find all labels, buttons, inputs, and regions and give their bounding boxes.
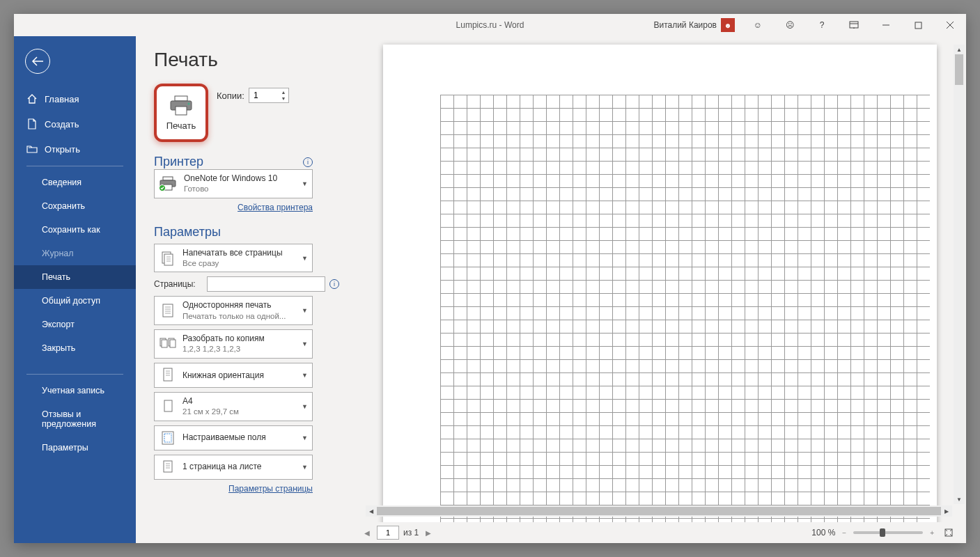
dd-label: A4 [182,395,296,407]
sidebar-item-label: Создать [45,119,79,130]
new-icon [26,118,38,130]
print-range-select[interactable]: Напечатать все страницы Все сразу ▼ [154,244,313,273]
dd-label: 1 страница на листе [182,461,296,472]
svg-point-9 [188,102,190,104]
pages-per-sheet-select[interactable]: 1 страница на листе ▼ [154,455,313,480]
printer-heading: Принтер [154,155,203,169]
dd-label: Напечатать все страницы [182,247,296,258]
chevron-down-icon: ▼ [302,464,308,471]
collate-select[interactable]: Разобрать по копиям 1,2,3 1,2,3 1,2,3 ▼ [154,329,313,359]
page-number-input[interactable] [377,526,399,540]
pages-icon [159,249,177,267]
copies-down-button[interactable]: ▼ [279,95,288,102]
smile-icon[interactable]: ☺ [742,14,774,36]
copies-input[interactable]: 1 ▲ ▼ [249,88,289,103]
zoom-handle[interactable] [880,528,885,537]
chevron-down-icon: ▼ [302,180,308,187]
preview-footer: ◀ из 1 ▶ 100 % − + [352,522,966,543]
printer-properties-link[interactable]: Свойства принтера [154,203,313,212]
sidebar-item-info[interactable]: Сведения [14,171,136,194]
parameters-heading: Параметры [154,225,339,240]
sidebar-item-new[interactable]: Создать [14,111,136,136]
scroll-thumb[interactable] [955,54,963,85]
sidebar-item-close[interactable]: Закрыть [14,336,136,360]
maximize-button[interactable] [902,14,934,36]
dd-label: Разобрать по копиям [182,333,296,344]
sidebar-item-print[interactable]: Печать [14,265,136,289]
sidebar-item-options[interactable]: Параметры [14,436,136,460]
close-button[interactable] [934,14,966,36]
svg-rect-32 [164,400,172,411]
svg-rect-19 [163,304,173,317]
sidebar-item-home[interactable]: Главная [14,86,136,111]
printer-status: Готово [184,184,296,195]
scroll-left-button[interactable]: ◀ [366,505,377,517]
print-button[interactable]: Печать [154,84,208,142]
orientation-select[interactable]: Книжная ориентация ▼ [154,363,313,388]
copies-up-button[interactable]: ▲ [279,89,288,95]
scroll-thumb[interactable] [377,507,941,515]
copies-label: Копии: [217,91,244,101]
zoom-slider[interactable] [853,531,923,534]
open-icon [26,143,38,155]
print-side-select[interactable]: Односторонняя печать Печатать только на … [154,296,313,325]
portrait-icon [159,366,177,384]
sidebar-item-open[interactable]: Открыть [14,136,136,162]
per-sheet-icon [159,458,177,476]
info-icon[interactable]: i [329,279,339,289]
info-icon[interactable]: i [303,157,313,167]
title-bar: Lumpics.ru - Word Виталий Каиров ☻ ☺ ☹ ? [14,14,966,36]
sidebar-item-account[interactable]: Учетная запись [14,379,136,402]
sidebar-item-share[interactable]: Общий доступ [14,289,136,313]
paper-size-select[interactable]: A4 21 см x 29,7 см ▼ [154,392,313,421]
collate-icon [159,335,177,353]
zoom-in-button[interactable]: + [927,529,937,537]
svg-rect-25 [162,340,167,347]
prev-page-button[interactable]: ◀ [361,529,373,537]
preview-page [383,45,937,522]
print-button-label: Печать [166,120,196,131]
zoom-out-button[interactable]: − [839,529,849,537]
zoom-label: 100 % [811,528,835,538]
minimize-button[interactable] [870,14,902,36]
printer-device-icon [159,176,178,191]
scroll-right-button[interactable]: ▶ [941,505,952,517]
svg-rect-3 [915,22,921,29]
user-name: Виталий Каиров [653,20,717,30]
sad-icon[interactable]: ☹ [774,14,806,36]
sidebar-item-label: Учетная запись [42,386,104,395]
back-button[interactable] [25,49,50,74]
ribbon-options-icon[interactable] [838,14,870,36]
svg-rect-28 [164,368,172,381]
sidebar-item-label: Печать [42,272,70,282]
print-preview: ▲ ▼ ◀ ▶ ◀ из 1 ▶ 100 % [352,36,966,543]
copies-value: 1 [254,91,258,100]
sidebar-item-label: Сохранить [42,201,85,211]
sidebar-item-label: Отзывы и предложения [42,409,125,429]
dd-sublabel: 21 см x 29,7 см [182,407,296,418]
page-setup-link[interactable]: Параметры страницы [154,484,313,494]
sidebar-item-label: Журнал [42,249,74,258]
vertical-scrollbar[interactable]: ▲ ▼ [954,45,965,504]
svg-rect-8 [176,107,187,115]
sidebar-item-save[interactable]: Сохранить [14,194,136,218]
fit-page-button[interactable] [941,528,956,538]
sidebar-item-label: Параметры [42,443,88,453]
backstage-sidebar: Главная Создать Открыть Сведения Сохрани… [14,36,136,543]
sidebar-item-saveas[interactable]: Сохранить как [14,218,136,242]
svg-rect-15 [164,254,173,265]
printer-select[interactable]: OneNote for Windows 10 Готово ▼ [154,169,313,198]
horizontal-scrollbar[interactable]: ◀ ▶ [366,505,952,517]
margins-select[interactable]: Настраиваемые поля ▼ [154,425,313,450]
sidebar-item-export[interactable]: Экспорт [14,313,136,336]
user-info[interactable]: Виталий Каиров ☻ [653,18,735,32]
pages-input[interactable] [207,276,325,292]
scroll-down-button[interactable]: ▼ [954,494,965,504]
dd-label: Односторонняя печать [182,299,296,311]
help-icon[interactable]: ? [806,14,838,36]
next-page-button[interactable]: ▶ [423,529,434,537]
scroll-up-button[interactable]: ▲ [954,45,965,54]
sidebar-item-label: Главная [45,94,79,104]
sidebar-item-feedback[interactable]: Отзывы и предложения [14,402,136,436]
page-count-label: из 1 [403,528,419,538]
